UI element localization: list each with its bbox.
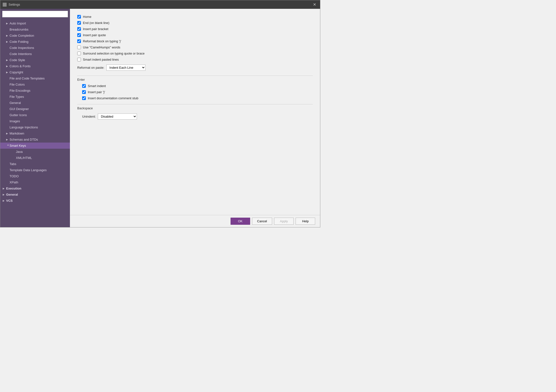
sidebar-item-label-code-completion: Code Completion — [10, 34, 67, 37]
top-checkboxes: HomeEnd (on blank line)Insert pair brack… — [77, 14, 313, 63]
checkbox-reformat-block[interactable] — [77, 39, 81, 43]
checkbox-label-home: Home — [83, 15, 91, 19]
sidebar-item-code-intentions[interactable]: Code Intentions — [0, 51, 70, 57]
sidebar-item-label-gui-designer: GUI Designer — [10, 107, 67, 111]
enter-checkbox-label-smart-indent: Smart indent — [88, 84, 106, 88]
sidebar-item-label-code-folding: Code Folding — [10, 40, 67, 44]
app-icon — [3, 3, 7, 7]
search-box — [0, 9, 70, 19]
sidebar-item-label-colors-fonts: Colors & Fonts — [10, 64, 67, 68]
sidebar-item-label-gutter-icons: Gutter Icons — [10, 113, 67, 117]
reformat-on-paste-label: Reformat on paste: — [77, 66, 104, 69]
sidebar-item-gui-designer[interactable]: GUI Designer — [0, 106, 70, 112]
enter-checkboxes: Smart indentInsert pair '}'Insert docume… — [77, 83, 313, 101]
enter-checkbox-insert-pair-brace[interactable] — [82, 90, 86, 94]
sidebar-item-general-top[interactable]: ▶General — [0, 191, 70, 198]
checkbox-surround-selection[interactable] — [77, 52, 81, 55]
reformat-on-paste-select[interactable]: Indent Each LineNoneReformat — [106, 65, 145, 71]
sidebar-item-label-file-types: File Types — [10, 95, 67, 99]
sidebar-item-label-smart-keys: Smart Keys — [10, 144, 67, 147]
help-button[interactable]: Help — [296, 218, 315, 225]
sidebar-item-label-java: Java — [16, 150, 67, 154]
sidebar-item-file-and-code-templates[interactable]: File and Code Templates — [0, 75, 70, 81]
sidebar-item-auto-import[interactable]: ▶Auto Import — [0, 20, 70, 26]
checkbox-insert-pair-bracket[interactable] — [77, 27, 81, 31]
backspace-divider — [77, 104, 313, 104]
arrow-icon-auto-import: ▶ — [6, 22, 10, 25]
sidebar-item-code-inspections[interactable]: Code Inspections — [0, 45, 70, 51]
close-button[interactable]: ✕ — [311, 2, 318, 7]
sidebar-item-todo[interactable]: TODO — [0, 173, 70, 179]
checkbox-use-camel-humps[interactable] — [77, 45, 81, 49]
cancel-button[interactable]: Cancel — [252, 218, 272, 225]
sidebar-item-label-code-style: Code Style — [10, 58, 67, 62]
sidebar-item-label-images: Images — [10, 119, 67, 123]
sidebar-item-smart-keys[interactable]: ▼Smart Keys — [0, 143, 70, 149]
sidebar-item-general[interactable]: General — [0, 100, 70, 106]
sidebar: ▶Auto ImportBreadcrumbs▶Code Completion▶… — [0, 9, 70, 227]
enter-checkbox-row-smart-indent: Smart indent — [82, 83, 313, 89]
sidebar-item-label-general-top: General — [6, 193, 67, 196]
checkbox-label-reformat-block: Reformat block on typing '}' — [83, 39, 121, 43]
enter-checkbox-label-insert-doc-comment: Insert documentation comment stub — [88, 96, 138, 100]
arrow-icon-smart-keys: ▼ — [7, 144, 9, 147]
sidebar-item-label-breadcrumbs: Breadcrumbs — [10, 28, 67, 31]
enter-checkbox-insert-doc-comment[interactable] — [82, 96, 86, 100]
sidebar-item-colors-fonts[interactable]: ▶Colors & Fonts — [0, 63, 70, 69]
sidebar-item-code-style[interactable]: ▶Code Style — [0, 57, 70, 63]
backspace-section-label: Backspace — [77, 106, 313, 110]
settings-window: Settings ✕ ▶Auto ImportBreadcrumbs▶Code … — [0, 0, 320, 227]
checkbox-insert-pair-quote[interactable] — [77, 33, 81, 37]
sidebar-item-execution[interactable]: ▶Execution — [0, 185, 70, 191]
sidebar-item-label-file-colors: File Colors — [10, 83, 67, 86]
sidebar-item-file-types[interactable]: File Types — [0, 94, 70, 100]
search-input[interactable] — [2, 11, 68, 17]
enter-checkbox-row-insert-pair-brace: Insert pair '}' — [82, 89, 313, 95]
arrow-icon-colors-fonts: ▶ — [6, 65, 10, 67]
sidebar-item-code-completion[interactable]: ▶Code Completion — [0, 33, 70, 39]
sidebar-item-label-execution: Execution — [6, 187, 67, 190]
sidebar-item-code-folding[interactable]: ▶Code Folding — [0, 39, 70, 45]
sidebar-item-label-file-and-code-templates: File and Code Templates — [10, 77, 67, 80]
apply-button[interactable]: Apply — [274, 218, 294, 225]
sidebar-item-copyright[interactable]: ▶Copyright — [0, 69, 70, 75]
checkbox-row-surround-selection: Surround selection on typing quote or br… — [77, 50, 313, 56]
sidebar-item-tabs[interactable]: Tabs — [0, 161, 70, 167]
sidebar-item-language-injections[interactable]: Language Injections — [0, 124, 70, 130]
sidebar-item-file-colors[interactable]: File Colors — [0, 81, 70, 88]
sidebar-item-gutter-icons[interactable]: Gutter Icons — [0, 112, 70, 118]
enter-checkbox-smart-indent[interactable] — [82, 84, 86, 88]
sidebar-item-java[interactable]: Java — [0, 149, 70, 155]
sidebar-item-file-encodings[interactable]: File Encodings — [0, 88, 70, 94]
sidebar-item-xpath[interactable]: XPath — [0, 179, 70, 185]
checkbox-home[interactable] — [77, 15, 81, 19]
sidebar-item-label-vcs: VCS — [6, 199, 67, 202]
checkbox-smart-indent-pasted[interactable] — [77, 58, 81, 61]
sidebar-item-label-tabs: Tabs — [10, 162, 67, 166]
sidebar-item-label-copyright: Copyright — [10, 70, 67, 74]
checkbox-row-insert-pair-quote: Insert pair quote — [77, 32, 313, 38]
sidebar-item-xml-html[interactable]: XML/HTML — [0, 155, 70, 161]
arrow-icon-code-completion: ▶ — [6, 34, 10, 37]
sidebar-item-schemas-and-dtds[interactable]: ▶Schemas and DTDs — [0, 136, 70, 143]
main-content: ▶Auto ImportBreadcrumbs▶Code Completion▶… — [0, 9, 320, 227]
sidebar-item-label-template-data-languages: Template Data Languages — [10, 168, 67, 172]
ok-button[interactable]: OK — [231, 218, 250, 225]
arrow-icon-general-top: ▶ — [3, 193, 6, 196]
sidebar-item-breadcrumbs[interactable]: Breadcrumbs — [0, 26, 70, 33]
checkbox-end-blank[interactable] — [77, 21, 81, 25]
checkbox-label-use-camel-humps: Use "CamelHumps" words — [83, 45, 120, 49]
checkbox-row-end-blank: End (on blank line) — [77, 20, 313, 26]
arrow-icon-code-folding: ▶ — [6, 40, 10, 43]
unindent-select[interactable]: DisabledEnabled — [98, 113, 137, 120]
sidebar-item-markdown[interactable]: ▶Markdown — [0, 130, 70, 136]
arrow-icon-execution: ▶ — [3, 187, 6, 190]
sidebar-item-vcs[interactable]: ▶VCS — [0, 198, 70, 204]
sidebar-item-template-data-languages[interactable]: Template Data Languages — [0, 167, 70, 173]
sidebar-item-label-xpath: XPath — [10, 180, 67, 184]
sidebar-item-label-file-encodings: File Encodings — [10, 89, 67, 92]
sidebar-item-images[interactable]: Images — [0, 118, 70, 124]
window-title: Settings — [9, 3, 20, 6]
checkbox-label-end-blank: End (on blank line) — [83, 21, 109, 25]
unindent-control: Unindent: DisabledEnabled — [77, 112, 313, 122]
